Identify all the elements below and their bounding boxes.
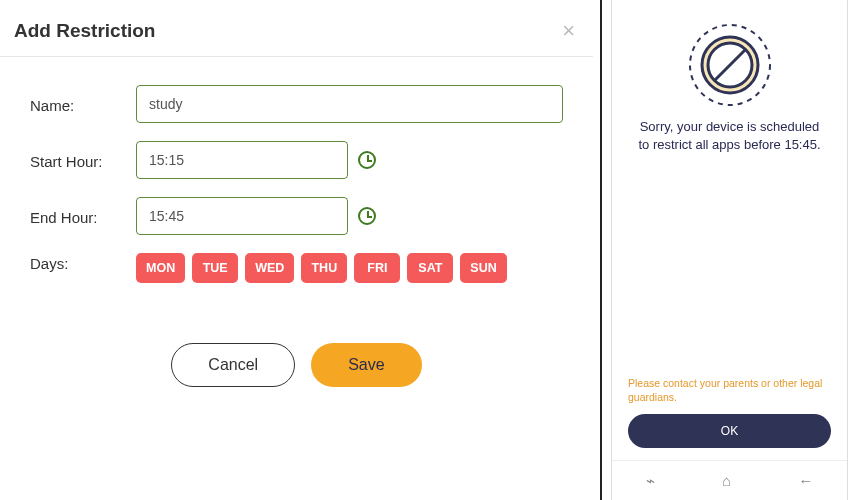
start-hour-input[interactable] (136, 141, 348, 179)
label-end-hour: End Hour: (30, 207, 136, 226)
label-days: Days: (30, 253, 136, 272)
day-fri[interactable]: FRI (354, 253, 400, 283)
days-container: MON TUE WED THU FRI SAT SUN (136, 253, 507, 283)
ok-button[interactable]: OK (628, 414, 831, 448)
day-wed[interactable]: WED (245, 253, 294, 283)
nav-recent-icon[interactable]: ⌁ (646, 472, 655, 490)
close-icon[interactable]: × (558, 20, 579, 42)
phone-preview: Sorry, your device is scheduled to restr… (611, 0, 848, 500)
day-thu[interactable]: THU (301, 253, 347, 283)
clock-icon[interactable] (358, 151, 376, 169)
restrict-icon (687, 22, 773, 108)
add-restriction-modal: Add Restriction × Name: Start Hour: End … (0, 0, 593, 500)
restriction-message: Sorry, your device is scheduled to restr… (628, 118, 831, 154)
name-input[interactable] (136, 85, 563, 123)
row-end-hour: End Hour: (30, 197, 563, 235)
day-sat[interactable]: SAT (407, 253, 453, 283)
vertical-divider (600, 0, 602, 500)
nav-back-icon[interactable]: ← (798, 472, 813, 489)
day-tue[interactable]: TUE (192, 253, 238, 283)
row-days: Days: MON TUE WED THU FRI SAT SUN (30, 253, 563, 283)
nav-home-icon[interactable]: ⌂ (722, 472, 731, 489)
save-button[interactable]: Save (311, 343, 421, 387)
modal-title: Add Restriction (14, 20, 155, 42)
label-start-hour: Start Hour: (30, 151, 136, 170)
row-start-hour: Start Hour: (30, 141, 563, 179)
label-name: Name: (30, 95, 136, 114)
row-name: Name: (30, 85, 563, 123)
contact-message: Please contact your parents or other leg… (628, 376, 831, 404)
day-sun[interactable]: SUN (460, 253, 506, 283)
clock-icon[interactable] (358, 207, 376, 225)
form-body: Name: Start Hour: End Hour: Days: MO (0, 57, 593, 397)
modal-actions: Cancel Save (30, 343, 563, 387)
end-hour-input[interactable] (136, 197, 348, 235)
cancel-button[interactable]: Cancel (171, 343, 295, 387)
modal-header: Add Restriction × (0, 0, 593, 57)
android-nav-bar: ⌁ ⌂ ← (612, 460, 847, 500)
day-mon[interactable]: MON (136, 253, 185, 283)
